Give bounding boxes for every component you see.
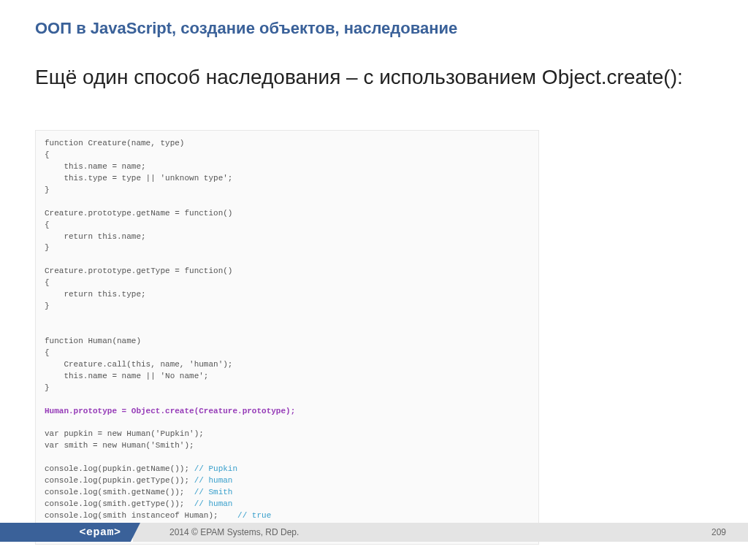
epam-logo: <epam>	[60, 523, 140, 542]
page-number: 209	[711, 527, 726, 537]
slide: ООП в JavaScript, создание объектов, нас…	[0, 0, 748, 560]
slide-title: ООП в JavaScript, создание объектов, нас…	[35, 19, 457, 38]
code-content: function Creature(name, type) { this.nam…	[45, 138, 530, 534]
slide-subtitle: Ещё один способ наследования – с использ…	[35, 64, 683, 90]
footer-bar: 2014 © EPAM Systems, RD Dep. 209	[133, 523, 748, 542]
footer-accent	[0, 523, 60, 542]
footer-copyright: 2014 © EPAM Systems, RD Dep.	[169, 527, 299, 537]
footer: <epam> 2014 © EPAM Systems, RD Dep. 209	[0, 523, 748, 542]
code-block: function Creature(name, type) { this.nam…	[35, 130, 539, 545]
highlighted-line: Human.prototype = Object.create(Creature…	[45, 407, 295, 415]
